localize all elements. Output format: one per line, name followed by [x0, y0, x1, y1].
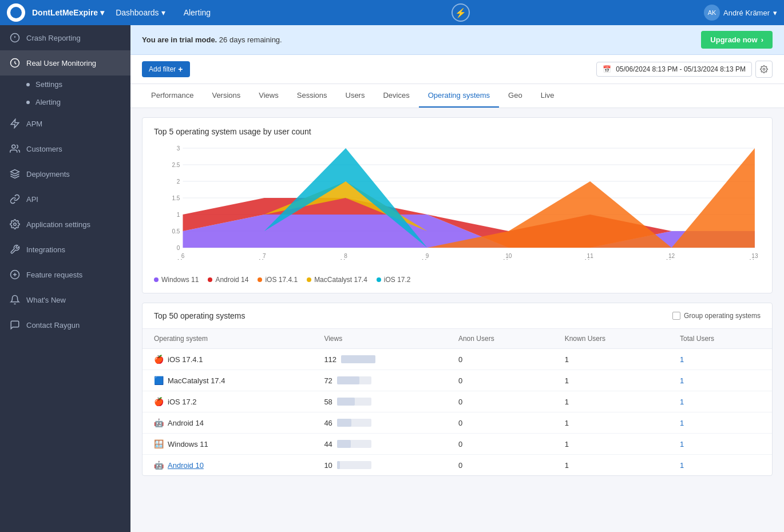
sidebar-item-api[interactable]: API: [0, 186, 130, 212]
views-bar: [337, 398, 371, 406]
contact-raygun-icon: [9, 319, 21, 331]
date-range-picker[interactable]: 📅 05/06/2024 8:13 PM - 05/13/2024 8:13 P…: [596, 62, 752, 77]
svg-text:May: May: [177, 259, 188, 260]
svg-text:2.5: 2.5: [172, 162, 180, 168]
legend-label-ios1741: iOS 17.4.1: [265, 276, 298, 284]
sidebar-item-rum[interactable]: Real User Monitoring: [0, 50, 130, 76]
svg-text:May: May: [422, 259, 433, 260]
os-chart-card: Top 5 operating system usage by user cou…: [142, 117, 773, 293]
tabs-bar: Performance Versions Views Sessions User…: [130, 84, 784, 108]
tab-performance[interactable]: Performance: [142, 84, 203, 108]
sidebar: Crash Reporting Real User Monitoring Set…: [0, 25, 130, 532]
user-menu[interactable]: AK André Krämer ▾: [704, 5, 777, 21]
cell-total-users: 1: [668, 391, 772, 412]
sidebar-item-apm[interactable]: APM: [0, 111, 130, 136]
sidebar-sub-alerting[interactable]: Alerting: [0, 93, 130, 111]
customers-icon: [9, 143, 21, 154]
svg-text:May: May: [340, 259, 351, 260]
tab-operating-systems[interactable]: Operating systems: [419, 84, 499, 108]
svg-marker-4: [11, 120, 19, 128]
chart-legend: Windows 11 Android 14 iOS 17.4.1 MacCata…: [154, 276, 761, 284]
legend-dot-windows11: [154, 277, 159, 282]
chart-title: Top 5 operating system usage by user cou…: [154, 127, 761, 136]
col-views: Views: [312, 329, 447, 349]
svg-text:May: May: [749, 259, 760, 260]
legend-dot-maccatalyst174: [307, 277, 311, 282]
cell-anon-users: 0: [447, 349, 553, 370]
date-settings-group: 📅 05/06/2024 8:13 PM - 05/13/2024 8:13 P…: [596, 61, 773, 78]
svg-text:2: 2: [177, 178, 180, 185]
app-logo[interactable]: [7, 3, 25, 22]
tab-versions[interactable]: Versions: [203, 84, 250, 108]
cell-views: 72: [312, 370, 447, 391]
legend-dot-android14: [208, 277, 212, 282]
sidebar-item-contact-raygun[interactable]: Contact Raygun: [0, 312, 130, 338]
sidebar-item-label: Integrations: [26, 245, 65, 254]
legend-dot-ios1741: [258, 277, 262, 282]
cell-known-users: 1: [553, 349, 668, 370]
svg-text:May: May: [585, 259, 596, 260]
sidebar-item-customers[interactable]: Customers: [0, 136, 130, 161]
views-bar-fill: [337, 419, 351, 427]
api-icon: [9, 193, 21, 205]
dot-icon: [26, 101, 30, 104]
sidebar-item-label: API: [26, 195, 38, 204]
sidebar-item-deployments[interactable]: Deployments: [0, 161, 130, 186]
sidebar-item-label: Feature requests: [26, 271, 82, 279]
upgrade-button[interactable]: Upgrade now ›: [701, 31, 773, 49]
trial-text: You are in trial mode. 26 days remaining…: [142, 35, 282, 44]
sidebar-item-feature-requests[interactable]: Feature requests: [0, 262, 130, 287]
sidebar-item-integrations[interactable]: Integrations: [0, 237, 130, 262]
add-filter-button[interactable]: Add filter +: [142, 61, 190, 77]
line-chart: 3 2.5 2 1.5 1 0.5 0: [154, 145, 761, 271]
feature-requests-icon: [9, 269, 21, 280]
cell-views: 58: [312, 391, 447, 412]
os-link[interactable]: Android 10: [168, 461, 204, 470]
table-row: 🪟 Windows 11 44 0 1 1: [142, 434, 772, 455]
cell-anon-users: 0: [447, 412, 553, 434]
lightning-icon[interactable]: ⚡: [452, 3, 470, 22]
views-bar-fill: [337, 440, 351, 448]
table-row: 🟦 MacCatalyst 17.4 72 0 1 1: [142, 370, 772, 391]
legend-android14: Android 14: [208, 276, 248, 284]
deployments-icon: [9, 168, 21, 180]
table-row: 🍎 iOS 17.2 58 0 1 1: [142, 391, 772, 412]
sidebar-sub-settings[interactable]: Settings: [0, 76, 130, 93]
chart-svg: 3 2.5 2 1.5 1 0.5 0: [154, 145, 761, 260]
sidebar-sub-label: Settings: [35, 80, 62, 89]
sidebar-item-label: APM: [26, 120, 42, 128]
cell-known-users: 1: [553, 434, 668, 455]
cell-total-users: 1: [668, 434, 772, 455]
chart-settings-button[interactable]: [755, 61, 773, 78]
col-anon-users: Anon Users: [447, 329, 553, 349]
legend-label-windows11: Windows 11: [161, 276, 199, 284]
nav-dashboards[interactable]: Dashboards ▾: [109, 5, 172, 21]
nav-alerting[interactable]: Alerting: [177, 5, 217, 21]
nav-center: ⚡: [222, 3, 699, 22]
sidebar-item-app-settings[interactable]: Application settings: [0, 212, 130, 237]
table-header: Top 50 operating systems Group operating…: [142, 303, 772, 329]
brand-name[interactable]: DontLetMeExpire ▾: [32, 8, 104, 17]
tab-geo[interactable]: Geo: [499, 84, 532, 108]
tab-devices[interactable]: Devices: [374, 84, 418, 108]
crash-reporting-icon: [9, 32, 21, 43]
tab-views[interactable]: Views: [250, 84, 287, 108]
os-icon-apple: 🍎: [154, 355, 163, 364]
svg-text:0: 0: [177, 245, 180, 251]
views-bar-fill: [337, 461, 340, 469]
cell-os: 🤖 Android 14: [142, 412, 312, 434]
tab-sessions[interactable]: Sessions: [288, 84, 336, 108]
sidebar-item-crash-reporting[interactable]: Crash Reporting: [0, 25, 130, 50]
views-bar-fill: [337, 398, 355, 406]
sidebar-item-label: Customers: [26, 145, 62, 153]
sidebar-item-whats-new[interactable]: What's New: [0, 287, 130, 312]
views-bar: [341, 355, 375, 363]
tab-live[interactable]: Live: [532, 84, 564, 108]
tab-users[interactable]: Users: [336, 84, 374, 108]
os-icon-android: 🤖: [154, 460, 163, 470]
svg-point-5: [12, 145, 15, 148]
legend-ios172: iOS 17.2: [377, 276, 411, 284]
views-bar: [337, 440, 371, 448]
group-operating-systems-checkbox[interactable]: Group operating systems: [672, 312, 761, 320]
svg-text:3: 3: [177, 145, 180, 152]
